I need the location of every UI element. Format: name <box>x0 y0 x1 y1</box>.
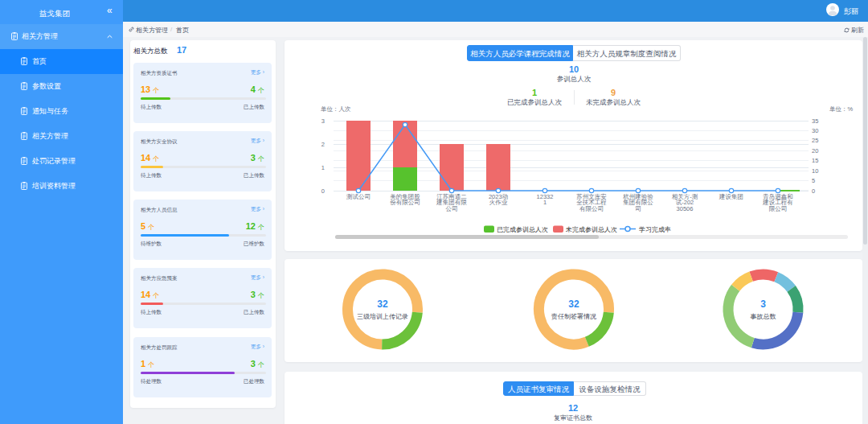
svg-text:青岛迴鑫和建设工程有限公司: 青岛迴鑫和建设工程有限公司 <box>762 193 793 213</box>
svg-text:测试公司: 测试公司 <box>346 193 371 200</box>
svg-text:学习完成率: 学习完成率 <box>639 226 671 233</box>
svg-text:10: 10 <box>812 167 818 175</box>
svg-text:事故总数: 事故总数 <box>751 313 776 320</box>
svg-text:15: 15 <box>812 157 818 164</box>
svg-text:25: 25 <box>812 137 818 144</box>
svg-text:美的集团股份有限公司: 美的集团股份有限公司 <box>390 193 420 207</box>
svg-text:单位：人次: 单位：人次 <box>321 105 351 113</box>
svg-text:35: 35 <box>812 117 818 125</box>
svg-text:相关方-测试-20230506: 相关方-测试-20230506 <box>672 193 698 213</box>
svg-text:1: 1 <box>321 164 325 171</box>
svg-text:32: 32 <box>568 298 579 310</box>
svg-text:0: 0 <box>321 187 325 195</box>
svg-text:5: 5 <box>812 177 815 184</box>
svg-text:杭州建验验集团有限公司: 杭州建验验集团有限公司 <box>622 193 653 213</box>
svg-text:江苏南通二建集团有限公司: 江苏南通二建集团有限公司 <box>436 193 467 213</box>
svg-text:2: 2 <box>321 141 325 148</box>
svg-text:32: 32 <box>377 298 388 310</box>
svg-text:苏州文库安全技术工程有限公司: 苏州文库安全技术工程有限公司 <box>576 193 607 213</box>
svg-text:三级培训上传记录: 三级培训上传记录 <box>357 313 408 320</box>
svg-text:建设集团: 建设集团 <box>719 193 743 200</box>
svg-text:30: 30 <box>812 127 818 134</box>
svg-text:3: 3 <box>321 117 325 125</box>
svg-text:2023动火作业: 2023动火作业 <box>489 193 509 207</box>
svg-text:已完成参训总人次: 已完成参训总人次 <box>497 226 548 233</box>
svg-text:123321: 123321 <box>537 193 554 207</box>
svg-text:20: 20 <box>812 147 818 154</box>
svg-text:单位：%: 单位：% <box>829 105 854 113</box>
svg-text:未完成参训总人次: 未完成参训总人次 <box>565 226 617 233</box>
svg-text:责任制签署情况: 责任制签署情况 <box>551 313 596 320</box>
svg-text:3: 3 <box>760 298 766 310</box>
svg-text:0: 0 <box>812 187 815 195</box>
